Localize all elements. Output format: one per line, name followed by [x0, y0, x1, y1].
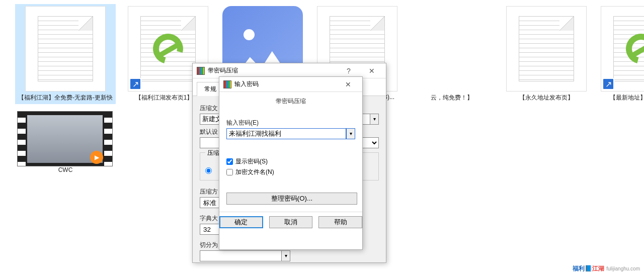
close-icon[interactable]: ✕ [362, 64, 382, 78]
app-icon [223, 80, 231, 88]
chevron-down-icon[interactable]: ▾ [370, 114, 379, 125]
watermark: 福利📘江湖 fulijianghu.com [573, 264, 640, 273]
video-thumbnail-icon: ▶ [17, 111, 113, 166]
format-radio[interactable] [205, 167, 212, 174]
password-dialog: 输入密码 ✕ 带密码压缩 输入密码(E) ▾ 显示密码(S) 加密文件名(N) … [219, 76, 363, 250]
file-item-7[interactable]: ↗ 【最新地址】-点此打开 [599, 4, 644, 175]
dialog-titlebar[interactable]: 输入密码 ✕ [219, 77, 362, 92]
split-size-input[interactable] [200, 250, 281, 261]
dialog-title: 带密码压缩 [208, 66, 238, 75]
file-item-1[interactable]: 【福利江湖】全免费-无套路-更新快 [15, 4, 116, 104]
organize-passwords-button[interactable]: 整理密码(O)... [226, 193, 357, 205]
chevron-down-icon[interactable]: ▾ [281, 250, 290, 261]
file-label: 【最新地址】-点此打开 [601, 94, 644, 102]
file-item-5[interactable]: 云，纯免费！】 [410, 4, 494, 175]
show-password-checkbox[interactable] [226, 158, 233, 165]
file-label: 云，纯免费！】 [412, 94, 492, 102]
app-icon [197, 67, 205, 75]
ok-button[interactable]: 确定 [219, 216, 263, 228]
play-icon: ▶ [90, 151, 103, 164]
browser-shortcut-icon: ↗ [601, 6, 644, 91]
help-button[interactable]: 帮助 [318, 216, 362, 228]
help-icon[interactable]: ? [339, 64, 359, 78]
password-label: 输入密码(E) [226, 119, 355, 127]
shortcut-arrow-icon: ↗ [129, 78, 141, 90]
show-password-label: 显示密码(S) [235, 157, 268, 166]
file-label: 【永久地址发布页】 [506, 94, 587, 102]
file-label: 【福利江湖】全免费-无套路-更新快 [17, 94, 114, 102]
chevron-down-icon[interactable]: ▾ [346, 128, 355, 139]
dialog-button-row: 确定 取消 帮助 [193, 271, 386, 275]
encrypt-names-checkbox[interactable] [226, 169, 233, 175]
password-input[interactable] [226, 128, 346, 139]
text-file-icon [25, 6, 106, 91]
dialog-subtitle: 带密码压缩 [219, 92, 362, 111]
dialog-title: 输入密码 [234, 80, 259, 88]
file-item-6[interactable]: 【永久地址发布页】 [504, 4, 589, 175]
shortcut-arrow-icon: ↗ [602, 78, 614, 90]
encrypt-names-label: 加密文件名(N) [235, 168, 274, 176]
file-label: CWC [17, 166, 114, 173]
close-icon[interactable]: ✕ [338, 77, 358, 91]
dialog-button-row: 确定 取消 帮助 [219, 212, 362, 232]
text-file-icon [506, 6, 587, 91]
file-item-video[interactable]: ▶ CWC [15, 109, 116, 175]
cancel-button[interactable]: 取消 [269, 216, 313, 228]
